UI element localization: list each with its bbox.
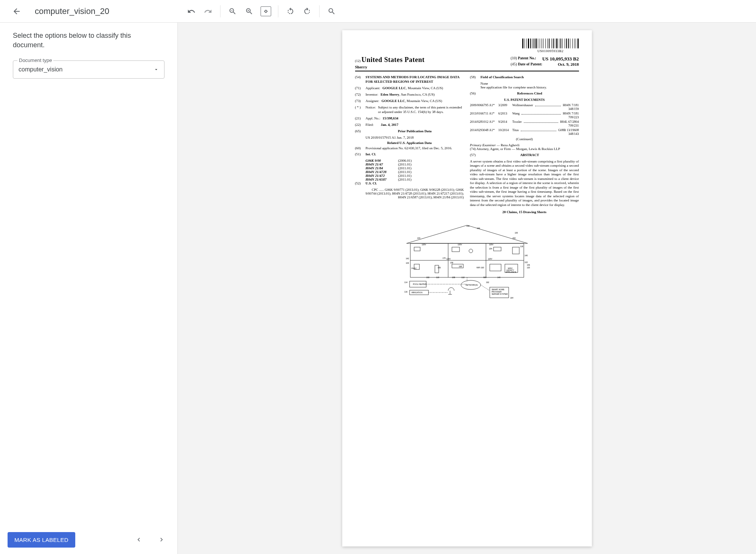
document-viewer[interactable]: US010095933B2 (12) United States Patent … [178, 23, 756, 554]
svg-text:110: 110 [436, 276, 439, 279]
patent-figure: POOL HEATER IRRIGATION SMART HOME PROVID… [355, 221, 579, 300]
svg-text:140: 140 [525, 254, 528, 257]
prev-button[interactable] [130, 531, 147, 548]
svg-text:IRRIGATION: IRRIGATION [411, 291, 422, 294]
svg-text:116: 116 [404, 291, 408, 293]
svg-text:112: 112 [461, 276, 465, 279]
right-column: (58)Field of Classification Search None … [470, 75, 579, 215]
document-title: computer_vision_20 [35, 6, 109, 16]
svg-text:NETWORK(S): NETWORK(S) [466, 284, 478, 286]
redo-button[interactable] [200, 4, 216, 19]
expand-icon [262, 7, 270, 15]
svg-text:120: 120 [527, 266, 530, 269]
rotate-left-button[interactable] [283, 4, 298, 19]
doc-type-select[interactable]: computer_vision [13, 60, 165, 79]
next-button[interactable] [153, 531, 170, 548]
main: Select the options below to classify thi… [0, 23, 756, 554]
svg-text:162: 162 [486, 281, 489, 283]
svg-text:120V: 120V [489, 243, 494, 246]
arrow-back-icon [12, 7, 21, 16]
back-button[interactable] [9, 4, 24, 19]
inventor-name: Sherry [355, 65, 425, 69]
svg-rect-4 [414, 247, 420, 251]
svg-text:103: 103 [406, 262, 409, 264]
svg-text:108: 108 [452, 276, 455, 279]
chevron-down-icon [154, 67, 159, 72]
svg-text:140: 140 [497, 276, 501, 279]
svg-text:102: 102 [426, 276, 430, 279]
svg-text:120V: 120V [446, 258, 451, 260]
svg-text:122: 122 [525, 261, 528, 263]
patent-title: United States Patent [362, 56, 425, 63]
svg-text:100: 100 [515, 232, 518, 234]
svg-text:POOL HEATER: POOL HEATER [413, 283, 426, 285]
doc-type-label: Document type [17, 57, 53, 63]
left-column: (54)SYSTEMS AND METHODS FOR LOCATING IMA… [355, 75, 464, 215]
svg-text:SERVER SYSTEM: SERVER SYSTEM [492, 293, 508, 295]
svg-rect-7 [494, 247, 501, 251]
document-page: US010095933B2 (12) United States Patent … [342, 30, 592, 546]
svg-text:170: 170 [442, 257, 446, 259]
patent-header: (12) United States Patent Sherry (10) Pa… [355, 56, 579, 71]
svg-text:150: 150 [466, 225, 470, 227]
svg-text:104: 104 [417, 237, 421, 239]
search-icon [328, 7, 336, 15]
svg-point-6 [469, 249, 473, 253]
chevron-left-icon [135, 536, 143, 543]
svg-text:168: 168 [459, 265, 462, 268]
svg-rect-12 [490, 264, 501, 271]
chevron-right-icon [158, 536, 165, 543]
patent-number: US 10,095,933 B2 [542, 56, 579, 62]
rotate-right-icon [303, 7, 311, 15]
rotate-left-icon [286, 7, 295, 15]
svg-text:HVAC: HVAC [411, 267, 417, 269]
svg-text:120V: 120V [458, 243, 462, 246]
search-button[interactable] [324, 4, 339, 19]
divider [319, 5, 320, 17]
svg-text:152: 152 [512, 237, 516, 239]
svg-text:154: 154 [489, 248, 492, 250]
patent-body: (54)SYSTEMS AND METHODS FOR LOCATING IMA… [355, 75, 579, 215]
svg-text:166: 166 [477, 227, 480, 229]
svg-text:900: 900 [483, 276, 487, 279]
svg-text:158: 158 [450, 262, 453, 264]
sidebar-footer: MARK AS LABELED [0, 525, 177, 554]
svg-rect-5 [452, 247, 459, 252]
doc-type-value: computer_vision [19, 66, 63, 73]
divider [278, 5, 278, 17]
svg-text:156: 156 [438, 266, 441, 269]
undo-icon [187, 7, 196, 15]
zoom-in-button[interactable] [242, 4, 257, 19]
zoom-out-icon [228, 7, 237, 15]
svg-text:118: 118 [520, 245, 523, 248]
zoom-in-icon [245, 7, 253, 15]
svg-text:106: 106 [527, 264, 530, 266]
redo-icon [204, 7, 212, 15]
svg-text:WiFi 160: WiFi 160 [477, 266, 484, 269]
mark-labeled-button[interactable]: MARK AS LABELED [8, 532, 75, 548]
sidebar: Select the options below to classify thi… [0, 23, 178, 554]
patent-date: Oct. 9, 2018 [558, 62, 579, 67]
svg-text:APPLIANCE: APPLIANCE [506, 271, 517, 273]
topbar: computer_vision_20 [0, 0, 756, 23]
instruction-text: Select the options below to classify thi… [13, 31, 165, 50]
svg-text:120V: 120V [488, 258, 492, 260]
abstract-text: A server system obtains a first video su… [470, 159, 579, 207]
svg-text:164: 164 [510, 297, 514, 299]
svg-text:120V: 120V [422, 243, 426, 246]
svg-text:114: 114 [404, 281, 408, 283]
zoom-out-button[interactable] [225, 4, 240, 19]
barcode-text: US010095933B2 [537, 49, 564, 53]
divider [220, 5, 220, 17]
svg-rect-8 [512, 247, 519, 254]
rotate-right-button[interactable] [300, 4, 315, 19]
undo-button[interactable] [184, 4, 199, 19]
fit-page-button[interactable] [261, 6, 271, 16]
doc-type-field: Document type computer_vision [13, 60, 165, 79]
svg-text:142: 142 [406, 257, 409, 260]
barcode: US010095933B2 [522, 39, 579, 53]
